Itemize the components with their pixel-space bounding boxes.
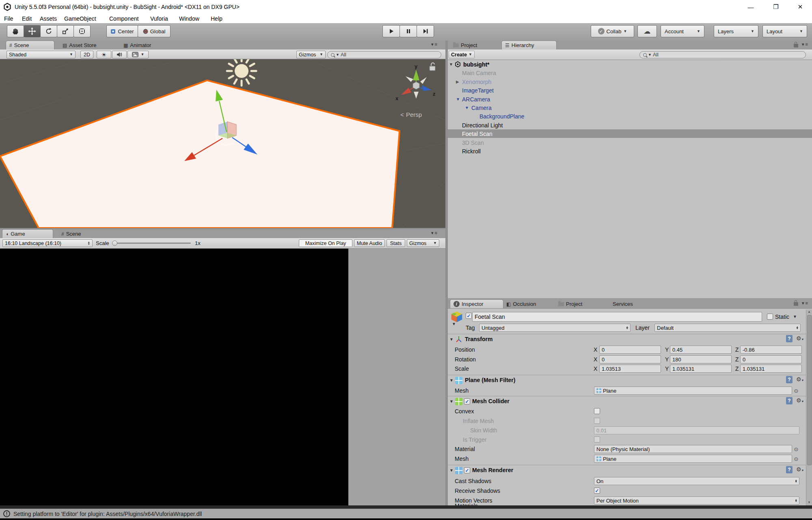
tab-asset-store[interactable]: ▤ Asset Store: [59, 41, 100, 49]
foldout-closed-icon[interactable]: ▶: [456, 80, 459, 84]
scrollbar-thumb[interactable]: [807, 315, 812, 465]
axis-z-label[interactable]: z: [433, 91, 436, 97]
tab-hierarchy[interactable]: ☰ Hierarchy: [501, 41, 557, 49]
help-icon[interactable]: ?: [786, 466, 793, 473]
pivot-global-button[interactable]: Global: [138, 25, 171, 37]
tree-row-backgroundplane[interactable]: BackgroundPlane: [448, 112, 812, 120]
menu-help[interactable]: Help: [209, 15, 224, 23]
layers-dropdown[interactable]: Layers▼: [714, 25, 758, 37]
menu-assets[interactable]: Assets: [38, 15, 58, 23]
menu-window[interactable]: Window: [177, 15, 201, 23]
lock-icon[interactable]: [794, 44, 798, 47]
scale-y-field[interactable]: 1.035131: [670, 365, 732, 373]
hand-tool-button[interactable]: [7, 25, 24, 37]
status-bar[interactable]: ! Setting platform to 'Editor' for plugi…: [0, 509, 812, 518]
tree-row-main-camera[interactable]: Main Camera: [448, 69, 812, 77]
foldout-open-icon[interactable]: ▼: [449, 62, 453, 67]
position-x-field[interactable]: 0: [599, 346, 661, 354]
maximize-on-play-button[interactable]: Maximize On Play: [299, 239, 352, 247]
shading-mode-dropdown[interactable]: Shaded▼: [6, 51, 76, 58]
game-gizmos-dropdown[interactable]: Gizmos▼: [407, 239, 439, 247]
tab-project-secondary[interactable]: Project: [555, 300, 585, 308]
tab-services[interactable]: Services: [609, 300, 636, 308]
scale-slider-handle[interactable]: [112, 241, 117, 246]
maximize-button[interactable]: ❐: [764, 0, 788, 14]
foldout-open-icon[interactable]: ▼: [449, 378, 454, 382]
close-button[interactable]: ✕: [788, 0, 812, 14]
tree-row-directional-light[interactable]: Directional Light: [448, 121, 812, 129]
persp-arrow-icon[interactable]: <: [400, 111, 404, 118]
layer-dropdown[interactable]: Default ▲▼: [654, 324, 801, 332]
scale-tool-button[interactable]: [57, 25, 74, 37]
scale-z-field[interactable]: 1.035131: [740, 365, 802, 373]
object-picker-icon[interactable]: ⊙: [793, 455, 799, 463]
tab-scene[interactable]: # Scene: [6, 41, 54, 49]
toggle-2d-button[interactable]: 2D: [80, 51, 93, 58]
icon-dropdown-icon[interactable]: ▼: [452, 322, 456, 326]
pause-button[interactable]: [400, 25, 417, 37]
scroll-up-icon[interactable]: ▲: [808, 310, 811, 314]
scene-lighting-button[interactable]: ☀: [97, 51, 111, 58]
layout-dropdown[interactable]: Layout▼: [762, 25, 807, 37]
tab-project[interactable]: Project: [450, 41, 480, 49]
tab-scene-secondary[interactable]: # Scene: [58, 230, 84, 238]
tab-game[interactable]: ◖ Game: [2, 229, 53, 238]
gear-icon[interactable]: ⚙▼: [796, 397, 804, 404]
foldout-open-icon[interactable]: ▼: [449, 337, 454, 342]
transform-title[interactable]: Transform: [465, 336, 492, 342]
persp-label[interactable]: Persp: [406, 111, 422, 118]
scale-slider-track[interactable]: [113, 243, 191, 244]
help-icon[interactable]: ?: [786, 376, 793, 383]
tree-row-3d-scan[interactable]: 3D Scan: [448, 138, 812, 147]
mesh-renderer-title[interactable]: Mesh Renderer: [472, 467, 513, 473]
rotation-z-field[interactable]: 0: [740, 355, 802, 363]
axis-y-label[interactable]: y: [415, 63, 418, 69]
cloud-button[interactable]: ☁: [637, 25, 657, 37]
foldout-open-icon[interactable]: ▼: [449, 468, 454, 473]
scene-search-input[interactable]: ▼ All: [327, 51, 441, 58]
scale-x-field[interactable]: 1.03513: [599, 365, 661, 373]
foldout-open-icon[interactable]: ▼: [456, 97, 460, 101]
panel-menu-icon[interactable]: ▾ ≡: [431, 230, 437, 236]
tab-animator[interactable]: ▦ Animator: [120, 41, 154, 49]
gear-icon[interactable]: ⚙▼: [796, 335, 804, 342]
create-button[interactable]: Create▼: [449, 51, 475, 58]
object-picker-icon[interactable]: ⊙: [793, 387, 799, 395]
game-render-output[interactable]: [0, 249, 348, 505]
help-icon[interactable]: ?: [786, 335, 793, 342]
help-icon[interactable]: ?: [786, 397, 793, 404]
foldout-open-icon[interactable]: ▼: [465, 105, 469, 110]
gear-icon[interactable]: ⚙▼: [796, 376, 804, 382]
position-z-field[interactable]: -0.86: [740, 346, 802, 354]
gear-icon[interactable]: ⚙▼: [796, 466, 804, 473]
rect-tool-button[interactable]: [73, 25, 91, 37]
material-object-field[interactable]: None (Physic Material): [594, 445, 792, 453]
panel-menu-icon[interactable]: ▾ ≡: [431, 42, 437, 47]
receive-shadows-checkbox[interactable]: ✓: [594, 488, 600, 494]
static-dropdown-icon[interactable]: ▼: [793, 314, 797, 319]
mesh-collider-enabled-checkbox[interactable]: ✓: [464, 398, 470, 404]
scene-viewport[interactable]: y x z < Persp: [0, 59, 445, 228]
menu-vuforia[interactable]: Vuforia: [149, 15, 170, 23]
foldout-open-icon[interactable]: ▼: [449, 399, 454, 404]
mesh-filter-title[interactable]: Plane (Mesh Filter): [465, 377, 515, 383]
scene-gizmos-dropdown[interactable]: Gizmos▼: [296, 51, 326, 58]
tag-dropdown[interactable]: Untagged ▲▼: [479, 324, 631, 332]
tree-row-scene-root[interactable]: ▼ bubsight*: [448, 60, 812, 69]
convex-checkbox[interactable]: [594, 408, 600, 414]
gameobject-name-field[interactable]: Foetal Scan: [472, 312, 762, 322]
collab-button[interactable]: ✓ Collab▼: [591, 25, 634, 37]
stats-button[interactable]: Stats: [387, 239, 405, 247]
skin-width-field[interactable]: 0.01: [594, 426, 799, 434]
scene-audio-button[interactable]: [112, 51, 127, 58]
scroll-down-icon[interactable]: ▼: [808, 501, 811, 504]
tree-row-imagetarget[interactable]: ImageTarget: [448, 86, 812, 95]
inflate-mesh-checkbox[interactable]: [594, 418, 600, 424]
tree-row-foetal-scan-selected[interactable]: Foetal Scan: [448, 129, 812, 138]
lock-icon[interactable]: [794, 302, 798, 306]
menu-gameobject[interactable]: GameObject: [63, 15, 98, 23]
rotate-tool-button[interactable]: [40, 25, 57, 37]
menu-file[interactable]: File: [2, 15, 15, 23]
minimize-button[interactable]: —: [739, 0, 762, 14]
tree-row-xenomorph[interactable]: ▶ Xenomorph: [448, 77, 812, 86]
